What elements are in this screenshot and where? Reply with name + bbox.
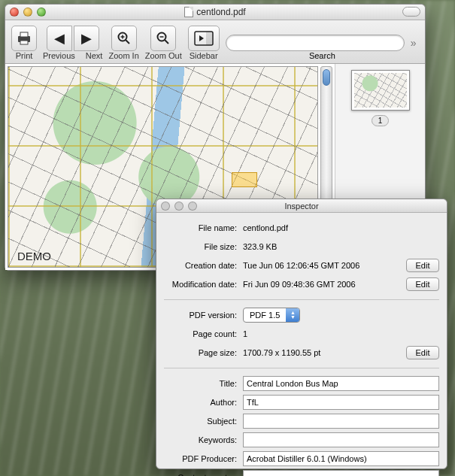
subject-field[interactable] <box>243 414 439 429</box>
minimize-icon[interactable] <box>174 202 184 211</box>
zoom-icon[interactable] <box>37 8 46 17</box>
label-keywords: Keywords: <box>164 435 243 444</box>
label-creation-date: Creation date: <box>164 261 243 270</box>
search-overflow-icon[interactable]: » <box>408 37 419 49</box>
document-icon <box>184 7 193 17</box>
inspector-window: Inspector File name: centlond.pdf File s… <box>156 199 447 469</box>
label-title: Title: <box>164 379 243 388</box>
content-creator-field[interactable] <box>243 470 439 476</box>
svg-rect-1 <box>20 32 28 37</box>
svg-line-4 <box>126 40 129 44</box>
label-pdf-version: PDF version: <box>164 311 243 320</box>
search-label: Search <box>309 51 335 60</box>
value-modification-date: Fri Jun 09 09:48:36 GMT 2006 <box>243 280 402 289</box>
demo-watermark: DEMO <box>17 250 51 262</box>
search-input[interactable] <box>226 35 405 51</box>
toolbar: Print ◀ ▶ Previous Next Zoom In Zoom Out <box>5 20 425 64</box>
selection-highlight <box>232 172 257 187</box>
keywords-field[interactable] <box>243 432 439 447</box>
pdf-version-selected: PDF 1.5 <box>244 311 286 320</box>
chevron-up-down-icon: ▲▼ <box>286 308 299 322</box>
page-thumbnail-1[interactable] <box>351 70 410 111</box>
toolbar-toggle-button[interactable] <box>402 7 420 17</box>
pdf-version-select[interactable]: PDF 1.5 ▲▼ <box>243 308 300 323</box>
section-divider <box>164 299 439 300</box>
label-file-size: File size: <box>164 242 243 251</box>
section-divider <box>164 368 439 368</box>
label-modification-date: Modification date: <box>164 280 243 289</box>
svg-rect-11 <box>206 32 213 45</box>
value-file-name: centlond.pdf <box>243 223 439 232</box>
next-label: Next <box>86 51 103 60</box>
sidebar-button[interactable] <box>188 26 220 51</box>
close-icon[interactable] <box>10 8 19 17</box>
minimize-icon[interactable] <box>23 8 32 17</box>
title-field[interactable] <box>243 376 439 391</box>
edit-creation-date-button[interactable]: Edit <box>406 259 439 272</box>
edit-page-size-button[interactable]: Edit <box>406 346 439 359</box>
zoom-icon[interactable] <box>188 202 197 211</box>
label-file-name: File name: <box>164 223 243 232</box>
page-thumbnail-1-label: 1 <box>372 115 390 126</box>
inspector-titlebar[interactable]: Inspector <box>156 199 447 213</box>
author-field[interactable] <box>243 395 439 410</box>
svg-marker-12 <box>199 35 204 41</box>
zoom-in-button[interactable] <box>111 26 137 51</box>
label-page-size: Page size: <box>164 348 243 357</box>
label-page-count: Page count: <box>164 329 243 338</box>
sidebar-label: Sidebar <box>190 51 218 60</box>
label-subject: Subject: <box>164 417 243 426</box>
label-content-creator: Content creator: <box>164 473 243 476</box>
value-file-size: 323.9 KB <box>243 242 439 251</box>
print-button[interactable] <box>11 26 37 51</box>
label-pdf-producer: PDF Producer: <box>164 454 243 463</box>
zoom-out-button[interactable] <box>150 26 176 51</box>
zoom-in-label: Zoom In <box>108 51 138 60</box>
inspector-title: Inspector <box>284 202 318 211</box>
edit-modification-date-button[interactable]: Edit <box>406 277 439 291</box>
previous-label: Previous <box>43 51 75 60</box>
value-page-size: 1700.79 x 1190.55 pt <box>243 348 402 357</box>
label-author: Author: <box>164 398 243 407</box>
window-title: centlond.pdf <box>196 7 245 17</box>
next-button[interactable]: ▶ <box>74 26 99 51</box>
svg-rect-2 <box>20 41 28 44</box>
value-creation-date: Tue Jun 06 12:06:45 GMT 2006 <box>243 261 402 270</box>
titlebar[interactable]: centlond.pdf <box>5 5 425 20</box>
svg-line-8 <box>165 40 168 44</box>
value-page-count: 1 <box>243 329 439 338</box>
zoom-out-label: Zoom Out <box>145 51 182 60</box>
close-icon[interactable] <box>161 202 170 211</box>
print-label: Print <box>16 51 33 60</box>
previous-button[interactable]: ◀ <box>47 26 72 51</box>
pdf-producer-field[interactable] <box>243 451 439 466</box>
